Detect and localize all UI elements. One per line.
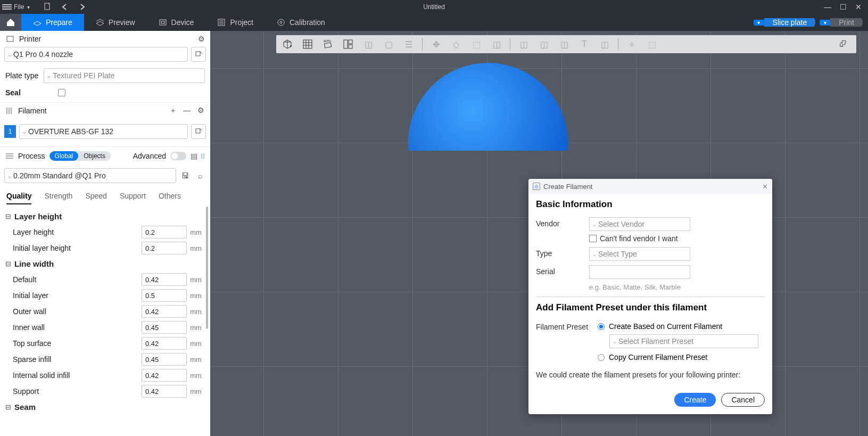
- radio-copy-current[interactable]: [598, 354, 605, 361]
- radio-create-label: Create Based on Current Filament: [609, 322, 722, 331]
- home-button[interactable]: [0, 14, 21, 31]
- group-seam[interactable]: Seam: [3, 399, 210, 415]
- preset-placeholder: Select Filament Preset: [618, 337, 693, 345]
- filament-edit-button[interactable]: [191, 124, 206, 139]
- plate-type-select[interactable]: ⌵ Textured PEI Plate: [44, 68, 205, 83]
- tab-preview[interactable]: Preview: [84, 14, 147, 31]
- type-placeholder: Select Type: [598, 250, 637, 258]
- group-layer-height[interactable]: Layer height: [3, 209, 210, 224]
- add-preset-heading: Add Filament Preset under this filament: [536, 302, 765, 313]
- param-input[interactable]: 0.2: [142, 242, 187, 254]
- print-button[interactable]: ▾ Print: [820, 15, 863, 29]
- titlebar: File ▾ Untitled — ☐ ✕: [0, 0, 868, 14]
- printer-select[interactable]: ⌵ Q1 Pro 0.4 nozzle: [4, 47, 188, 62]
- undo-icon[interactable]: [60, 2, 70, 12]
- printer-settings-icon[interactable]: ⚙: [198, 35, 205, 43]
- filament-select[interactable]: ⌵ OVERTURE ABS-GF 132: [19, 124, 188, 139]
- tab-device[interactable]: Device: [147, 14, 206, 31]
- param-input[interactable]: 0.2: [142, 226, 187, 238]
- printer-edit-button[interactable]: [191, 47, 206, 62]
- svg-rect-13: [344, 40, 348, 48]
- file-menu-chevron[interactable]: ▾: [27, 4, 30, 10]
- filament-preset-select[interactable]: ⌵Select Filament Preset: [609, 334, 758, 348]
- param-unit: mm: [187, 228, 205, 236]
- param-input[interactable]: 0.42: [142, 273, 187, 286]
- param-label: Inner wall: [13, 323, 142, 332]
- scope-toggle[interactable]: Global Objects: [49, 151, 111, 161]
- slice-dropdown-chevron[interactable]: ▾: [754, 20, 764, 26]
- filament-add-button[interactable]: ＋: [169, 106, 177, 116]
- search-preset-icon[interactable]: ⌕: [194, 168, 206, 183]
- settings-list-icon[interactable]: ⁝⁝: [201, 152, 205, 160]
- puzzle-tool-icon[interactable]: [836, 37, 854, 52]
- vendor-placeholder: Select Vendor: [598, 220, 644, 228]
- redo-icon[interactable]: [77, 2, 87, 12]
- print-dropdown-chevron[interactable]: ▾: [820, 20, 830, 26]
- create-button[interactable]: Create: [674, 393, 716, 407]
- param-row: Layer height0.2mm: [3, 224, 210, 240]
- close-button[interactable]: ✕: [855, 3, 862, 11]
- tab-project[interactable]: Project: [205, 14, 265, 31]
- radio-copy-label: Copy Current Filament Preset: [609, 353, 707, 361]
- cancel-button[interactable]: Cancel: [721, 393, 765, 407]
- modal-close-button[interactable]: ✕: [762, 183, 768, 191]
- seal-checkbox[interactable]: [58, 89, 65, 96]
- add-cube-icon[interactable]: +: [278, 37, 296, 52]
- tab-others[interactable]: Others: [159, 192, 181, 204]
- filament-swatch-1[interactable]: 1: [4, 125, 16, 138]
- tab-prepare[interactable]: Prepare: [21, 14, 84, 31]
- process-label: Process: [18, 152, 45, 160]
- param-row: Initial layer height0.2mm: [3, 240, 210, 256]
- grid-tool-icon[interactable]: [299, 37, 317, 52]
- viewport[interactable]: + AUTO ◫ ▢ ☰ ✥ ◇ ⬚ ◫ ◫ ◫ ◫ T ◫ ⟡ ⬚ ◎: [210, 31, 868, 436]
- param-input[interactable]: 0.45: [142, 353, 187, 366]
- param-input[interactable]: 0.42: [142, 337, 187, 350]
- arrange-icon[interactable]: [339, 37, 357, 52]
- modal-titlebar[interactable]: ◎ Create Filament ✕: [528, 179, 772, 194]
- tab-strength[interactable]: Strength: [44, 192, 72, 204]
- vendor-select[interactable]: ⌵Select Vendor: [589, 217, 690, 231]
- printer-icon: [5, 34, 15, 44]
- minimize-button[interactable]: —: [824, 3, 831, 11]
- filament-settings-icon[interactable]: ⚙: [196, 106, 205, 116]
- support-tool-icon: ◫: [596, 37, 614, 52]
- param-input[interactable]: 0.5: [142, 289, 187, 302]
- cant-find-vendor-label: Can't find vendor I want: [600, 234, 678, 243]
- filament-remove-button[interactable]: —: [183, 106, 191, 116]
- slice-plate-button[interactable]: ▾ Slice plate: [754, 15, 816, 29]
- compare-icon[interactable]: ▤: [191, 152, 197, 160]
- param-input[interactable]: 0.42: [142, 305, 187, 318]
- save-preset-icon[interactable]: 🖫: [179, 168, 191, 183]
- type-select[interactable]: ⌵Select Type: [589, 247, 690, 261]
- param-input[interactable]: 0.42: [142, 385, 187, 398]
- toggle-objects[interactable]: Objects: [78, 151, 111, 161]
- advanced-switch[interactable]: [170, 152, 186, 160]
- param-unit: mm: [187, 292, 205, 300]
- group-line-width[interactable]: Line width: [3, 256, 210, 272]
- new-file-icon[interactable]: [43, 2, 53, 12]
- menu-icon[interactable]: [2, 4, 12, 10]
- tab-calibration[interactable]: Calibration: [265, 14, 337, 31]
- cant-find-vendor-checkbox[interactable]: [589, 235, 597, 242]
- tab-speed[interactable]: Speed: [85, 192, 106, 204]
- param-input[interactable]: 0.42: [142, 369, 187, 382]
- process-preset-select[interactable]: ⌵ 0.20mm Standard @Q1 Pro: [4, 168, 176, 183]
- param-unit: mm: [187, 340, 205, 348]
- radio-create-based[interactable]: [598, 323, 605, 330]
- maximize-button[interactable]: ☐: [840, 3, 847, 11]
- serial-input[interactable]: [589, 265, 690, 279]
- prepare-icon: [33, 18, 42, 27]
- file-menu[interactable]: File: [14, 3, 24, 11]
- param-row: Support0.42mm: [3, 383, 210, 399]
- plate-type-label: Plate type: [5, 71, 38, 80]
- tab-quality[interactable]: Quality: [6, 192, 31, 204]
- param-row: Inner wall0.45mm: [3, 319, 210, 335]
- param-input[interactable]: 0.45: [142, 321, 187, 334]
- tab-support[interactable]: Support: [120, 192, 146, 204]
- toggle-global[interactable]: Global: [49, 151, 79, 161]
- printer-hint: We could create the filament presets for…: [536, 371, 765, 379]
- svg-rect-1: [160, 20, 166, 25]
- param-label: Initial layer height: [13, 244, 142, 252]
- params-panel[interactable]: Layer height Layer height0.2mm Initial l…: [0, 204, 210, 436]
- auto-orient-icon[interactable]: AUTO: [319, 37, 337, 52]
